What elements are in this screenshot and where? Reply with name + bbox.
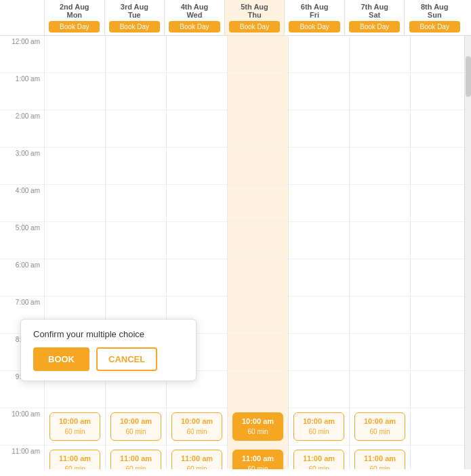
slot-btn-11-1[interactable]: 11:00 am60 min [110, 450, 161, 469]
empty-cell-3-4 [289, 148, 349, 185]
time-label-3am: 3:00 am [0, 148, 44, 185]
empty-cell-0-2 [167, 36, 227, 73]
time-cell-11-0: 11:00 am60 min [45, 446, 105, 469]
slot-btn-10-0[interactable]: 10:00 am60 min [49, 412, 100, 440]
day-date-sun: 8th Aug [406, 3, 463, 11]
book-button[interactable]: BOOK [33, 347, 89, 371]
book-day-sat[interactable]: Book Day [349, 21, 400, 33]
book-day-mon[interactable]: Book Day [49, 21, 100, 33]
empty-cell-6-5 [350, 259, 410, 297]
time-cell-11-5: 11:00 am60 min [350, 446, 410, 469]
empty-cell-8-5 [350, 334, 410, 371]
slot-btn-10-1[interactable]: 10:00 am60 min [110, 412, 161, 440]
empty-cell-1-2 [167, 73, 227, 110]
day-col-1: 10:00 am60 min11:00 am60 min12:00 pm60 m… [105, 36, 166, 469]
book-day-sun[interactable]: Book Day [409, 21, 460, 33]
slot-btn-11-2[interactable]: 11:00 am60 min [171, 450, 222, 469]
time-column: 12:00 am 1:00 am 2:00 am 3:00 am 4:00 am… [0, 36, 44, 469]
empty-cell-6-4 [289, 259, 349, 297]
time-cell-11-4: 11:00 am60 min [289, 446, 349, 469]
day-col-0: 10:00 am60 min11:00 am60 min12:00 pm60 m… [44, 36, 105, 469]
day-col-4: 10:00 am60 min11:00 am60 min12:00 pm60 m… [288, 36, 349, 469]
empty-cell-9-4 [289, 371, 349, 408]
day-name-sat: Sat [346, 11, 403, 19]
slot-btn-11-3[interactable]: 11:00 am60 min [232, 450, 283, 469]
empty-cell-3-2 [167, 148, 227, 185]
empty-cell-5-0 [45, 222, 105, 259]
empty-cell-6-6 [411, 259, 471, 297]
book-day-tue[interactable]: Book Day [109, 21, 160, 33]
calendar-body: 12:00 am 1:00 am 2:00 am 3:00 am 4:00 am… [0, 36, 471, 469]
empty-cell-0-4 [289, 36, 349, 73]
confirm-buttons: BOOK CANCEL [33, 347, 184, 371]
slot-btn-10-2[interactable]: 10:00 am60 min [171, 412, 222, 440]
empty-cell-2-2 [167, 110, 227, 148]
empty-cell-1-4 [289, 73, 349, 110]
empty-cell-9-3 [228, 371, 288, 408]
slot-btn-10-4[interactable]: 10:00 am60 min [293, 412, 344, 440]
confirm-title: Confirm your multiple choice [33, 329, 184, 339]
empty-cell-6-1 [106, 259, 166, 297]
day-col-5: 10:00 am60 min11:00 am60 min12:00 pm60 m… [349, 36, 410, 469]
empty-cell-5-3 [228, 222, 288, 259]
day-col-sun: 8th Aug Sun Book Day [404, 0, 464, 35]
empty-cell-5-4 [289, 222, 349, 259]
slot-btn-10-3[interactable]: 10:00 am60 min [232, 412, 283, 440]
time-label-10am: 10:00 am [0, 408, 44, 446]
empty-cell-1-3 [228, 73, 288, 110]
day-name-fri: Fri [286, 11, 343, 19]
empty-cell-4-0 [45, 185, 105, 222]
empty-cell-4-6 [411, 185, 471, 222]
slot-btn-11-0[interactable]: 11:00 am60 min [49, 450, 100, 469]
time-label-11am: 11:00 am [0, 446, 44, 469]
time-cell-10-2: 10:00 am60 min [167, 408, 227, 446]
time-cell-11-1: 11:00 am60 min [106, 446, 166, 469]
time-cell-10-5: 10:00 am60 min [350, 408, 410, 446]
empty-cell-3-6 [411, 148, 471, 185]
day-date-fri: 6th Aug [286, 3, 343, 11]
empty-cell-2-1 [106, 110, 166, 148]
empty-cell-3-1 [106, 148, 166, 185]
day-date-wed: 4th Aug [166, 3, 223, 11]
empty-cell-5-1 [106, 222, 166, 259]
empty-cell-2-0 [45, 110, 105, 148]
calendar-header: 2nd Aug Mon Book Day 3rd Aug Tue Book Da… [0, 0, 471, 36]
scrollbar-thumb[interactable] [466, 56, 471, 97]
empty-cell-8-3 [228, 334, 288, 371]
empty-cell-4-3 [228, 185, 288, 222]
book-day-wed[interactable]: Book Day [169, 21, 220, 33]
time-label-6am: 6:00 am [0, 259, 44, 297]
empty-cell-3-0 [45, 148, 105, 185]
day-col-2: 10:00 am60 min11:00 am60 min12:00 pm60 m… [166, 36, 227, 469]
day-name-thu: Thu [226, 11, 283, 19]
time-cell-10-3: 10:00 am60 min [228, 408, 288, 446]
empty-cell-5-2 [167, 222, 227, 259]
empty-cell-4-2 [167, 185, 227, 222]
empty-cell-2-5 [350, 110, 410, 148]
empty-cell-0-6 [411, 36, 471, 73]
day-date-sat: 7th Aug [346, 3, 403, 11]
empty-cell-0-1 [106, 36, 166, 73]
slot-btn-11-5[interactable]: 11:00 am60 min [354, 450, 405, 469]
day-date-mon: 2nd Aug [46, 3, 103, 11]
book-day-fri[interactable]: Book Day [289, 21, 340, 33]
time-cell-10-6 [411, 408, 471, 446]
time-label-12am: 12:00 am [0, 36, 44, 73]
empty-cell-5-6 [411, 222, 471, 259]
slot-btn-11-4[interactable]: 11:00 am60 min [293, 450, 344, 469]
time-label-4am: 4:00 am [0, 185, 44, 222]
book-day-thu[interactable]: Book Day [229, 21, 280, 33]
scrollbar-track[interactable] [464, 36, 471, 469]
time-col-header [0, 0, 44, 35]
day-date-tue: 3rd Aug [106, 3, 163, 11]
day-col-tue: 3rd Aug Tue Book Day [104, 0, 165, 35]
empty-cell-8-6 [411, 334, 471, 371]
day-col-3: 10:00 am60 min11:00 am60 min12:00 pm60 m… [227, 36, 288, 469]
day-col-mon: 2nd Aug Mon Book Day [44, 0, 104, 35]
empty-cell-3-5 [350, 148, 410, 185]
empty-cell-1-6 [411, 73, 471, 110]
slot-btn-10-5[interactable]: 10:00 am60 min [354, 412, 405, 440]
empty-cell-4-1 [106, 185, 166, 222]
empty-cell-7-5 [350, 297, 410, 334]
cancel-button[interactable]: CANCEL [96, 347, 157, 371]
